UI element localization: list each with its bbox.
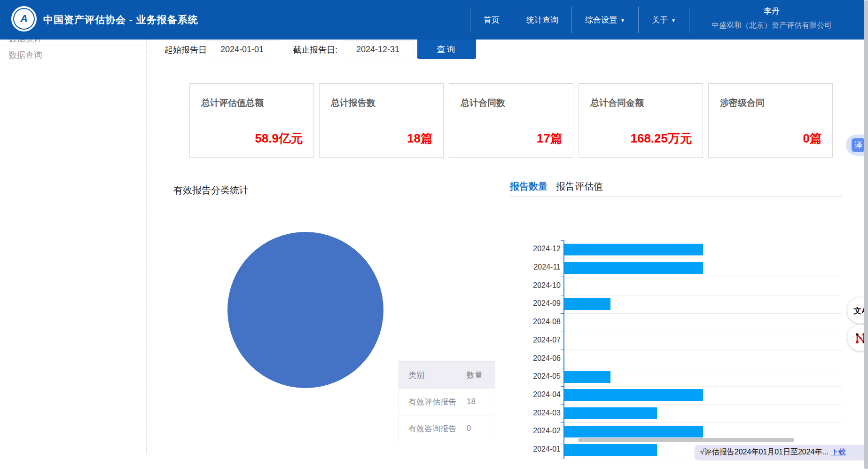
stat-card-value: 18篇 bbox=[407, 130, 433, 147]
sidebar-item-data-query[interactable]: 数据查询 bbox=[8, 49, 42, 61]
bar-rect-2024-09[interactable] bbox=[564, 298, 610, 310]
bar-row-label: 2024-01 bbox=[500, 445, 561, 453]
axis-tick bbox=[561, 459, 563, 459]
stat-card-value: 17篇 bbox=[537, 130, 563, 147]
pie-chart[interactable] bbox=[227, 232, 383, 388]
download-link[interactable]: 下载 bbox=[831, 447, 846, 457]
axis-tick bbox=[561, 295, 563, 295]
vertical-scrollbar-thumb[interactable] bbox=[864, 0, 868, 469]
stat-card-value: 168.25万元 bbox=[630, 130, 692, 147]
end-date-label: 截止报告日: bbox=[293, 44, 337, 56]
bar-rect-2024-01[interactable] bbox=[564, 444, 657, 456]
sidebar-divider bbox=[0, 46, 146, 46]
axis-tick bbox=[561, 368, 563, 368]
bar-rect-2024-11[interactable] bbox=[564, 262, 703, 274]
bar-row-label: 2024-04 bbox=[500, 390, 561, 399]
axis-tick bbox=[561, 441, 563, 441]
legend-header-count: 数量 bbox=[467, 370, 495, 381]
bar-row-label: 2024-05 bbox=[500, 372, 561, 381]
axis-tick bbox=[561, 422, 563, 423]
bar-rect-2024-05[interactable] bbox=[564, 371, 610, 383]
horizontal-scrollbar-thumb[interactable] bbox=[578, 438, 794, 442]
nav-item-about[interactable]: 关于▼ bbox=[639, 0, 689, 40]
stat-card-total-contracts: 总计合同数 17篇 bbox=[449, 83, 573, 158]
stat-card-title: 总计报告数 bbox=[331, 97, 375, 109]
gridline bbox=[564, 313, 842, 314]
stat-card-total-appraisal-value: 总计评估值总额 58.9亿元 bbox=[189, 83, 314, 158]
header-bar: A 中国资产评估协会 - 业务报备系统 首页 统计查询 综合设置▼ 关于▼ 李丹… bbox=[0, 0, 868, 40]
legend-row-valid-consulting: 有效咨询报告 0 bbox=[399, 415, 495, 442]
nav-item-stats-query[interactable]: 统计查询 bbox=[513, 0, 571, 40]
start-date-input[interactable]: 2024-01-01 bbox=[206, 40, 278, 58]
stat-card-title: 涉密级合同 bbox=[720, 97, 765, 109]
gridline bbox=[564, 277, 842, 277]
axis-tick bbox=[561, 350, 563, 350]
bar-rect-2024-12[interactable] bbox=[564, 244, 703, 255]
app-root: A 中国资产评估协会 - 业务报备系统 首页 统计查询 综合设置▼ 关于▼ 李丹… bbox=[0, 0, 868, 469]
start-date-label: 起始报告日: bbox=[164, 44, 209, 56]
gridline bbox=[564, 422, 842, 423]
tab-underline bbox=[510, 196, 842, 197]
main-nav: 首页 统计查询 综合设置▼ 关于▼ bbox=[470, 0, 689, 40]
tab-report-count[interactable]: 报告数量 bbox=[510, 180, 547, 193]
bar-row-label: 2024-02 bbox=[500, 427, 561, 435]
pie-chart-title: 有效报告分类统计 bbox=[173, 184, 249, 197]
stat-card-value: 0篇 bbox=[803, 130, 822, 147]
user-block[interactable]: 李丹 中盛双和（北京）资产评估有限公司 bbox=[689, 0, 854, 40]
bar-row-label: 2024-03 bbox=[500, 409, 561, 417]
bar-rect-2024-03[interactable] bbox=[564, 407, 657, 419]
gridline bbox=[564, 259, 842, 259]
toast-text: √评估报告2024年01月01日至2024年... bbox=[700, 447, 829, 457]
gridline bbox=[564, 368, 842, 368]
nav-item-settings[interactable]: 综合设置▼ bbox=[572, 0, 638, 40]
legend-header-category: 类别 bbox=[399, 370, 467, 381]
axis-tick bbox=[561, 240, 563, 241]
axis-tick bbox=[561, 259, 563, 259]
axis-tick bbox=[561, 313, 563, 314]
gridline bbox=[564, 350, 842, 350]
chevron-down-icon: ▼ bbox=[671, 18, 676, 23]
bar-rect-2024-02[interactable] bbox=[564, 426, 703, 437]
user-name: 李丹 bbox=[689, 6, 854, 16]
axis-tick bbox=[561, 386, 563, 387]
axis-tick bbox=[561, 332, 563, 332]
bar-row-label: 2024-12 bbox=[500, 245, 561, 253]
gridline bbox=[564, 332, 842, 332]
translate-badge-icon: 译 bbox=[852, 138, 865, 152]
stat-card-title: 总计合同金额 bbox=[590, 97, 644, 109]
bar-row-label: 2024-10 bbox=[500, 281, 561, 290]
bar-row-label: 2024-08 bbox=[500, 318, 561, 326]
stat-card-title: 总计评估值总额 bbox=[201, 97, 264, 109]
end-date-input[interactable]: 2024-12-31 bbox=[342, 40, 414, 58]
axis-tick bbox=[561, 277, 563, 277]
nav-item-home[interactable]: 首页 bbox=[470, 0, 513, 40]
sidebar: 数据统计 数据查询 bbox=[0, 40, 147, 454]
axis-tick bbox=[561, 404, 563, 405]
user-company: 中盛双和（北京）资产评估有限公司 bbox=[689, 21, 854, 31]
gridline bbox=[564, 386, 842, 387]
stat-card-title: 总计合同数 bbox=[461, 97, 505, 109]
bar-row-label: 2024-07 bbox=[500, 336, 561, 344]
vertical-scrollbar[interactable] bbox=[864, 0, 868, 469]
stat-card-total-reports: 总计报告数 18篇 bbox=[319, 83, 444, 158]
bar-row-label: 2024-11 bbox=[500, 263, 561, 271]
stat-card-classified-contracts: 涉密级合同 0篇 bbox=[708, 83, 833, 158]
logo-emblem-icon: A bbox=[13, 8, 35, 30]
legend-row-valid-appraisal: 有效评估报告 18 bbox=[399, 388, 495, 415]
bar-row-label: 2024-09 bbox=[500, 299, 561, 308]
stat-card-value: 58.9亿元 bbox=[255, 130, 303, 147]
pie-legend-table: 类别 数量 有效评估报告 18 有效咨询报告 0 bbox=[399, 361, 495, 442]
chevron-down-icon: ▼ bbox=[620, 18, 625, 23]
bar-row-label: 2024-06 bbox=[500, 354, 561, 363]
association-logo: A bbox=[11, 6, 37, 32]
legend-header-row: 类别 数量 bbox=[399, 362, 495, 388]
query-button[interactable]: 查询 bbox=[417, 40, 476, 59]
gridline bbox=[564, 295, 842, 295]
tab-report-value[interactable]: 报告评估值 bbox=[556, 180, 603, 193]
download-toast: √评估报告2024年01月01日至2024年... 下载 bbox=[695, 445, 868, 460]
gridline bbox=[564, 404, 842, 405]
stat-card-contract-amount: 总计合同金额 168.25万元 bbox=[579, 83, 703, 158]
bar-rect-2024-04[interactable] bbox=[564, 389, 703, 401]
app-title: 中国资产评估协会 - 业务报备系统 bbox=[43, 0, 198, 40]
